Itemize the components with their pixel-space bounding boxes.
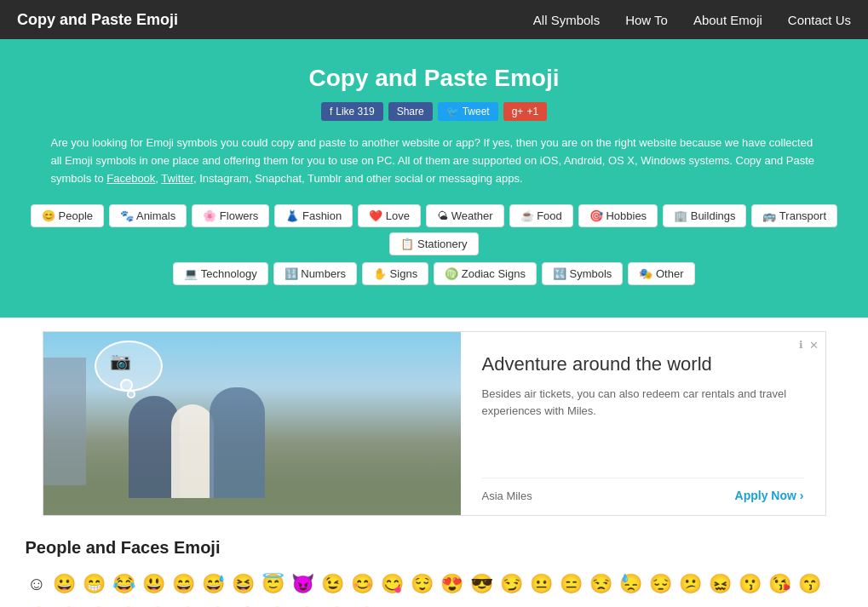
hero-title: Copy and Paste Emoji bbox=[17, 65, 851, 92]
emoji-item[interactable]: 😊 bbox=[349, 570, 376, 599]
emoji-item[interactable]: 😜 bbox=[85, 603, 112, 607]
emoji-item[interactable]: 😠 bbox=[204, 603, 231, 607]
emoji-item[interactable]: 😛 bbox=[55, 603, 82, 607]
nav-how-to[interactable]: How To bbox=[625, 13, 668, 27]
cat-signs[interactable]: ✋ Signs bbox=[362, 262, 428, 285]
emoji-item[interactable]: 😑 bbox=[558, 570, 584, 599]
category-row-1: 😊 People 🐾 Animals 🌸 Flowers 👗 Fashion ❤… bbox=[17, 204, 851, 255]
emoji-item[interactable]: 😄 bbox=[170, 570, 197, 599]
ad-footer: Asia Miles Apply Now › bbox=[482, 478, 804, 502]
emoji-item[interactable]: 😈 bbox=[290, 570, 316, 599]
main-content: People and Faces Emoji ☺ 😀 😁 😂 😃 😄 😅 😆 😇… bbox=[9, 530, 860, 607]
emoji-item[interactable]: 😚 bbox=[26, 603, 52, 607]
site-header: Copy and Paste Emoji All Symbols How To … bbox=[0, 0, 868, 39]
twitter-link[interactable]: Twitter bbox=[161, 172, 193, 185]
ad-close-icon[interactable]: ✕ bbox=[809, 339, 819, 352]
emoji-item[interactable]: 😢 bbox=[264, 603, 290, 607]
nav-about-emoji[interactable]: About Emoji bbox=[693, 13, 762, 27]
advertisement: 📷 ℹ ✕ Adventure around the world Besides… bbox=[43, 331, 826, 516]
emoji-item[interactable]: 😇 bbox=[260, 570, 286, 599]
fb-like-label: Like 319 bbox=[336, 106, 374, 117]
emoji-item[interactable]: 😕 bbox=[677, 570, 704, 599]
cat-food[interactable]: ☕ Food bbox=[509, 204, 573, 227]
google-plus-button[interactable]: g+ +1 bbox=[503, 102, 547, 121]
tw-label: Tweet bbox=[463, 106, 490, 117]
cat-other[interactable]: 🎭 Other bbox=[628, 262, 694, 285]
emoji-item[interactable]: 😤 bbox=[324, 603, 350, 607]
cat-transport[interactable]: 🚌 Transport bbox=[751, 204, 837, 227]
emoji-item[interactable]: 😖 bbox=[707, 570, 733, 599]
fb-share-label: Share bbox=[397, 106, 424, 117]
emoji-item[interactable]: 😥 bbox=[354, 603, 380, 607]
emoji-grid-row1: ☺ 😀 😁 😂 😃 😄 😅 😆 😇 😈 😉 😊 😋 😌 😍 😎 😏 😐 😑 😒 … bbox=[26, 570, 843, 607]
gp-label: +1 bbox=[526, 106, 538, 117]
hero-section: Copy and Paste Emoji f Like 319 Share 🐦 … bbox=[0, 39, 868, 318]
tw-icon: 🐦 bbox=[446, 106, 459, 117]
cat-flowers[interactable]: 🌸 Flowers bbox=[192, 204, 269, 227]
emoji-item[interactable]: 😙 bbox=[796, 570, 823, 599]
facebook-share-button[interactable]: Share bbox=[388, 102, 433, 121]
emoji-item[interactable]: 😓 bbox=[618, 570, 644, 599]
ad-info-icon[interactable]: ℹ bbox=[799, 339, 803, 351]
cat-technology[interactable]: 💻 Technology bbox=[173, 262, 267, 285]
gp-icon: g+ bbox=[512, 106, 524, 117]
facebook-like-button[interactable]: f Like 319 bbox=[321, 102, 383, 121]
nav-all-symbols[interactable]: All Symbols bbox=[533, 13, 600, 27]
emoji-item[interactable]: 😐 bbox=[528, 570, 555, 599]
cat-symbols[interactable]: 🔣 Symbols bbox=[542, 262, 623, 285]
emoji-item[interactable]: 😉 bbox=[319, 570, 346, 599]
emoji-item[interactable]: ☺ bbox=[26, 570, 48, 599]
hero-description: Are you looking for Emoji symbols you co… bbox=[51, 135, 818, 187]
cat-animals[interactable]: 🐾 Animals bbox=[109, 204, 187, 227]
category-row-2: 💻 Technology 🔢 Numbers ✋ Signs ♍ Zodiac … bbox=[17, 262, 851, 285]
cat-numbers[interactable]: 🔢 Numbers bbox=[273, 262, 357, 285]
social-buttons: f Like 319 Share 🐦 Tweet g+ +1 bbox=[17, 102, 851, 121]
ad-content: ℹ ✕ Adventure around the world Besides a… bbox=[461, 332, 825, 515]
ad-title: Adventure around the world bbox=[482, 353, 804, 375]
ad-image: 📷 bbox=[43, 332, 461, 515]
nav-contact-us[interactable]: Contact Us bbox=[788, 13, 851, 27]
emoji-item[interactable]: 😁 bbox=[81, 570, 107, 599]
cat-people[interactable]: 😊 People bbox=[31, 204, 104, 227]
emoji-item[interactable]: 😎 bbox=[468, 570, 495, 599]
main-nav: All Symbols How To About Emoji Contact U… bbox=[533, 13, 851, 27]
cat-zodiac[interactable]: ♍ Zodiac Signs bbox=[434, 262, 537, 285]
cat-fashion[interactable]: 👗 Fashion bbox=[274, 204, 353, 227]
emoji-item[interactable]: 😋 bbox=[379, 570, 405, 599]
twitter-tweet-button[interactable]: 🐦 Tweet bbox=[438, 102, 498, 121]
emoji-item[interactable]: 😆 bbox=[230, 570, 256, 599]
emoji-item[interactable]: 😍 bbox=[439, 570, 465, 599]
emoji-item[interactable]: 😃 bbox=[141, 570, 167, 599]
emoji-item[interactable]: 😗 bbox=[737, 570, 763, 599]
emoji-item[interactable]: 😅 bbox=[200, 570, 227, 599]
cat-love[interactable]: ❤️ Love bbox=[358, 204, 421, 227]
emoji-item[interactable]: 😂 bbox=[111, 570, 137, 599]
emoji-item[interactable]: 😞 bbox=[145, 603, 171, 607]
cat-buildings[interactable]: 🏢 Buildings bbox=[663, 204, 746, 227]
emoji-item[interactable]: 😔 bbox=[647, 570, 674, 599]
emoji-item[interactable]: 😝 bbox=[115, 603, 141, 607]
facebook-link[interactable]: Facebook bbox=[106, 172, 155, 185]
cat-hobbies[interactable]: 🎯 Hobbies bbox=[578, 204, 658, 227]
emoji-item[interactable]: 😀 bbox=[51, 570, 78, 599]
emoji-item[interactable]: 😟 bbox=[175, 603, 201, 607]
emoji-item[interactable]: 😘 bbox=[767, 570, 793, 599]
emoji-item[interactable]: 😌 bbox=[409, 570, 435, 599]
emoji-item[interactable]: 😣 bbox=[294, 603, 320, 607]
ad-brand: Asia Miles bbox=[482, 490, 532, 502]
emoji-item[interactable]: 😡 bbox=[234, 603, 261, 607]
emoji-item[interactable]: 😒 bbox=[588, 570, 614, 599]
cat-weather[interactable]: 🌤 Weather bbox=[426, 204, 504, 227]
ad-description: Besides air tickets, you can also redeem… bbox=[482, 386, 804, 419]
site-logo: Copy and Paste Emoji bbox=[17, 11, 178, 29]
fb-icon: f bbox=[330, 106, 332, 117]
cat-stationery[interactable]: 📋 Stationery bbox=[389, 232, 478, 255]
section-title: People and Faces Emoji bbox=[26, 538, 843, 558]
emoji-item[interactable]: 😏 bbox=[498, 570, 525, 599]
ad-cta-button[interactable]: Apply Now › bbox=[735, 489, 804, 502]
